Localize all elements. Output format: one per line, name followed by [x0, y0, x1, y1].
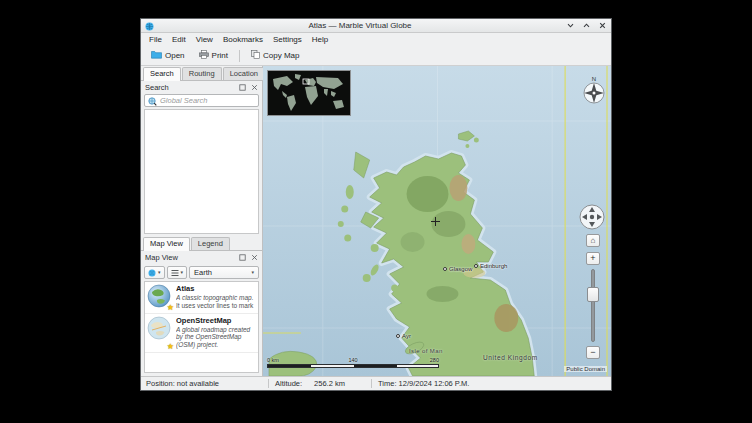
zoom-out-button[interactable]: − — [586, 346, 600, 359]
search-panel-title: Search — [145, 83, 169, 92]
menu-view[interactable]: View — [191, 35, 218, 44]
float-panel-icon[interactable] — [238, 83, 246, 91]
window-title: Atlas — Marble Virtual Globe — [154, 21, 566, 30]
tab-routing[interactable]: Routing — [182, 67, 222, 80]
status-time: Time: 12/9/2024 12:06 P.M. — [372, 379, 475, 388]
zoom-in-button[interactable]: + — [586, 252, 600, 265]
theme-description: It uses vector lines to mark — [176, 302, 256, 310]
zoom-slider-handle[interactable] — [587, 287, 599, 302]
openstreetmap-thumbnail: ★ — [147, 316, 173, 349]
theme-tagline: A global roadmap created by the OpenStre… — [176, 326, 256, 349]
theme-tagline: A classic topographic map. — [176, 294, 256, 302]
main-content: Search Routing Location Search — [141, 66, 611, 376]
menu-edit[interactable]: Edit — [167, 35, 191, 44]
search-results-list[interactable] — [144, 109, 259, 234]
close-panel-icon[interactable] — [250, 253, 258, 261]
toolbar-separator — [239, 50, 240, 62]
titlebar[interactable]: Atlas — Marble Virtual Globe — [141, 19, 611, 33]
maximize-button[interactable] — [582, 21, 591, 30]
float-panel-icon[interactable] — [238, 253, 246, 261]
rating-star-icon: ★ — [167, 304, 174, 312]
statusbar: Position: not available Altitude: 256.2 … — [141, 376, 611, 390]
open-button[interactable]: Open — [145, 47, 191, 64]
folder-open-icon — [151, 50, 162, 61]
zoom-slider-track[interactable] — [591, 269, 595, 342]
theme-name: OpenStreetMap — [176, 316, 256, 325]
theme-item-atlas[interactable]: ★ Atlas A classic topographic map. It us… — [145, 282, 258, 314]
search-input[interactable]: Global Search — [144, 94, 259, 107]
map-view-panel-title: Map View — [145, 253, 178, 262]
tab-map-view[interactable]: Map View — [143, 237, 190, 251]
minimize-button[interactable] — [566, 21, 575, 30]
map-canvas[interactable]: N ⌂ — [263, 66, 611, 376]
sidebar-top-tabs: Search Routing Location — [141, 66, 262, 81]
map-theme-list: ★ Atlas A classic topographic map. It us… — [144, 281, 259, 373]
copy-map-button[interactable]: Copy Map — [245, 47, 305, 64]
sidebar-bottom-tabs: Map View Legend — [141, 236, 262, 251]
menubar: File Edit View Bookmarks Settings Help — [141, 33, 611, 46]
view-mode-button[interactable]: ▾ — [167, 266, 188, 279]
status-position: Position: not available — [141, 379, 268, 388]
menu-help[interactable]: Help — [307, 35, 333, 44]
map-view-controls: ▾ ▾ Earth ▾ — [141, 263, 262, 281]
menu-file[interactable]: File — [144, 35, 167, 44]
close-button[interactable] — [598, 21, 607, 30]
overview-map[interactable] — [267, 70, 351, 116]
compass[interactable]: N — [583, 76, 605, 104]
copy-icon — [251, 50, 260, 61]
app-icon — [145, 17, 154, 35]
sidebar: Search Routing Location Search — [141, 66, 263, 376]
close-panel-icon[interactable] — [250, 83, 258, 91]
theme-name: Atlas — [176, 284, 256, 293]
theme-item-openstreetmap[interactable]: ★ OpenStreetMap A global roadmap created… — [145, 314, 258, 353]
print-button[interactable]: Print — [193, 47, 234, 64]
status-altitude-label: Altitude: — [275, 379, 302, 388]
tab-search[interactable]: Search — [143, 67, 181, 81]
tab-location[interactable]: Location — [223, 67, 265, 80]
globe-icon — [148, 265, 156, 280]
atlas-thumbnail: ★ — [147, 284, 173, 310]
status-altitude: Altitude: 256.2 km — [269, 379, 371, 388]
menu-bookmarks[interactable]: Bookmarks — [218, 35, 268, 44]
search-panel-header: Search — [141, 81, 262, 93]
home-icon: ⌂ — [591, 237, 596, 245]
compass-rose-icon — [583, 82, 605, 104]
search-placeholder: Global Search — [160, 96, 208, 105]
rating-star-icon: ★ — [167, 343, 174, 351]
theme-text: OpenStreetMap A global roadmap created b… — [176, 316, 256, 349]
celestial-body-value: Earth — [194, 268, 212, 277]
list-view-icon — [171, 265, 179, 280]
main-toolbar: Open Print Copy Map — [141, 46, 611, 66]
map-view-panel-header: Map View — [141, 251, 262, 263]
chevron-down-icon: ▾ — [251, 270, 254, 275]
app-window: Atlas — Marble Virtual Globe File Edit V… — [140, 18, 612, 391]
celestial-body-select[interactable]: Earth ▾ — [189, 266, 259, 279]
pan-control[interactable] — [579, 204, 605, 234]
printer-icon — [199, 50, 209, 61]
tab-legend[interactable]: Legend — [191, 237, 230, 250]
status-altitude-value: 256.2 km — [314, 379, 345, 388]
theme-text: Atlas A classic topographic map. It uses… — [176, 284, 256, 310]
projection-button[interactable]: ▾ — [144, 266, 165, 279]
menu-settings[interactable]: Settings — [268, 35, 307, 44]
home-button[interactable]: ⌂ — [586, 234, 600, 247]
globe-search-icon — [148, 92, 157, 110]
